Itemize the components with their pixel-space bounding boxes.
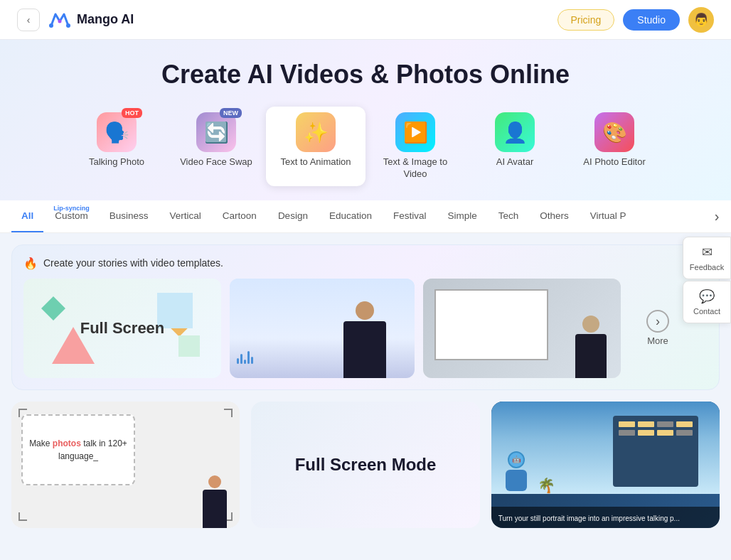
back-button[interactable]: ‹ — [17, 9, 40, 31]
template-presenter1[interactable] — [230, 279, 415, 378]
text2anim-icon: ✨ — [304, 121, 329, 144]
avatar-icon-wrap: 👤 — [495, 112, 535, 152]
header-left: ‹ Mango AI — [17, 9, 134, 31]
cat-education[interactable]: Education — [319, 200, 382, 232]
studio-button[interactable]: Studio — [623, 9, 680, 31]
feedback-panel: ✉ Feedback 💬 Contact — [683, 237, 731, 323]
cat-cartoon[interactable]: Cartoon — [213, 200, 267, 232]
talking-photo-label: Talking Photo — [89, 156, 144, 168]
face-swap-label: Video Face Swap — [180, 156, 252, 168]
text2video-label: Text & Image to Video — [377, 156, 454, 181]
template-whiteboard[interactable] — [423, 279, 621, 378]
new-badge: NEW — [220, 108, 242, 118]
bc3-caption: Turn your still portrait image into an i… — [498, 515, 680, 522]
feedback-label: Feedback — [690, 263, 724, 271]
logo-text: Mango AI — [77, 12, 134, 27]
contact-label: Contact — [693, 307, 720, 316]
talking-photo-icon-wrap: 🗣️ HOT — [97, 112, 137, 152]
cat-custom[interactable]: Lip-syncing Custom — [45, 200, 98, 232]
face-swap-icon-wrap: 🔄 NEW — [196, 112, 236, 152]
templates-banner: 🔥 Create your stories with video templat… — [11, 244, 720, 390]
photo-editor-icon: 🎨 — [602, 121, 627, 144]
photo-editor-label: AI Photo Editor — [583, 156, 645, 168]
logo[interactable]: Mango AI — [48, 9, 134, 31]
tool-ai-avatar[interactable]: 👤 AI Avatar — [465, 107, 565, 186]
text2video-icon: ▶️ — [403, 121, 428, 144]
fire-icon: 🔥 — [23, 257, 38, 270]
cat-simple[interactable]: Simple — [437, 200, 486, 232]
header: ‹ Mango AI Pricing Studio 👨 — [0, 0, 731, 40]
talking-photo-icon: 🗣️ — [105, 121, 129, 144]
banner-header: 🔥 Create your stories with video templat… — [23, 257, 708, 270]
cat-vertical[interactable]: Vertical — [160, 200, 211, 232]
avatar-label: AI Avatar — [496, 156, 534, 168]
svg-point-0 — [49, 23, 53, 28]
lip-sync-label: Lip-syncing — [53, 205, 90, 212]
hero-title: Create AI Videos & Photos Online — [14, 60, 717, 90]
templates-scroll: Full Screen — [23, 279, 708, 378]
tool-video-face-swap[interactable]: 🔄 NEW Video Face Swap — [166, 107, 266, 186]
bottom-cards: Make photos talk in 120+ language_ Full … — [11, 402, 720, 528]
cat-others[interactable]: Others — [530, 200, 579, 232]
tools-row: 🗣️ HOT Talking Photo 🔄 NEW Video Face Sw… — [14, 107, 717, 186]
svg-point-1 — [58, 19, 62, 23]
contact-button[interactable]: 💬 Contact — [683, 281, 731, 323]
bottom-card-building[interactable]: ❄ ❄ ❄ — [491, 402, 720, 528]
bc2-inner: Full Screen Mode — [251, 402, 479, 528]
template-fullscreen[interactable]: Full Screen — [23, 279, 221, 378]
hero-section: Create AI Videos & Photos Online 🗣️ HOT … — [0, 40, 731, 200]
tool-text-to-animation[interactable]: ✨ Text to Animation — [266, 107, 366, 186]
feedback-icon: ✉ — [702, 244, 713, 260]
cat-festival[interactable]: Festival — [383, 200, 437, 232]
avatar[interactable]: 👨 — [688, 7, 714, 33]
template-more-button[interactable]: › More — [629, 279, 686, 378]
main-content: 🔥 Create your stories with video templat… — [0, 233, 731, 539]
svg-point-2 — [66, 23, 70, 28]
category-bar: All Lip-syncing Custom Business Vertical… — [0, 200, 731, 233]
photo-editor-icon-wrap: 🎨 — [594, 112, 634, 152]
more-label: More — [647, 335, 668, 346]
feedback-button[interactable]: ✉ Feedback — [683, 237, 731, 279]
contact-icon: 💬 — [699, 289, 715, 304]
text2video-icon-wrap: ▶️ — [395, 112, 435, 152]
cat-tech[interactable]: Tech — [489, 200, 529, 232]
category-next-button[interactable]: › — [703, 200, 731, 232]
back-icon: ‹ — [27, 14, 31, 26]
cat-design[interactable]: Design — [268, 200, 318, 232]
banner-title: Create your stories with video templates… — [43, 257, 223, 269]
bottom-card-fullscreen[interactable]: Full Screen Mode — [251, 402, 479, 528]
header-right: Pricing Studio 👨 — [557, 7, 715, 33]
text2anim-icon-wrap: ✨ — [296, 112, 336, 152]
tool-text-image-video[interactable]: ▶️ Text & Image to Video — [366, 107, 465, 186]
more-circle-icon: › — [646, 310, 669, 333]
bottom-card-language[interactable]: Make photos talk in 120+ language_ — [11, 402, 240, 528]
cat-business[interactable]: Business — [100, 200, 159, 232]
cat-virtual[interactable]: Virtual P — [580, 200, 636, 232]
bc2-title: Full Screen Mode — [284, 443, 448, 486]
avatar-icon: 👤 — [503, 121, 528, 144]
tool-ai-photo-editor[interactable]: 🎨 AI Photo Editor — [565, 107, 664, 186]
pricing-button[interactable]: Pricing — [557, 9, 615, 31]
cat-all[interactable]: All — [11, 200, 43, 232]
fullscreen-label: Full Screen — [80, 319, 165, 338]
hot-badge: HOT — [122, 108, 142, 118]
tool-talking-photo[interactable]: 🗣️ HOT Talking Photo — [67, 107, 166, 186]
logo-icon — [48, 9, 71, 31]
text2anim-label: Text to Animation — [281, 156, 351, 168]
face-swap-icon: 🔄 — [204, 121, 229, 144]
bc1-text: Make photos talk in 120+ language_ — [28, 437, 128, 463]
